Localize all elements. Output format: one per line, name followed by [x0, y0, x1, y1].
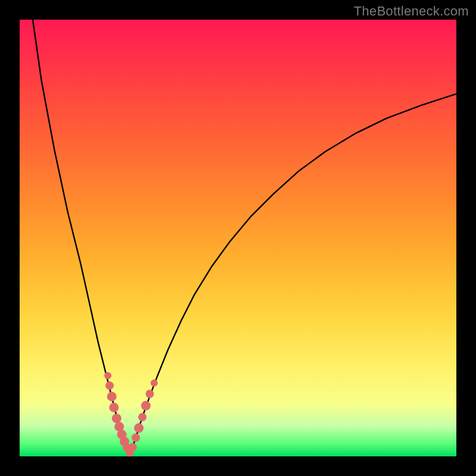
data-point	[105, 381, 114, 390]
data-point	[112, 414, 121, 423]
data-point	[104, 372, 111, 379]
data-point	[131, 433, 140, 441]
data-point	[138, 413, 146, 421]
watermark-text: TheBottleneck.com	[354, 4, 469, 19]
data-point	[151, 380, 158, 387]
data-point	[146, 390, 154, 398]
data-point	[129, 443, 137, 452]
curve-right	[130, 94, 456, 454]
data-point	[134, 423, 143, 433]
chart-svg	[20, 20, 456, 456]
data-point	[107, 392, 117, 401]
data-point	[141, 401, 151, 411]
chart-frame: TheBottleneck.com	[0, 0, 476, 476]
data-markers	[104, 372, 158, 456]
data-point	[109, 403, 119, 412]
curve-left	[33, 20, 130, 454]
plot-area	[20, 20, 456, 456]
